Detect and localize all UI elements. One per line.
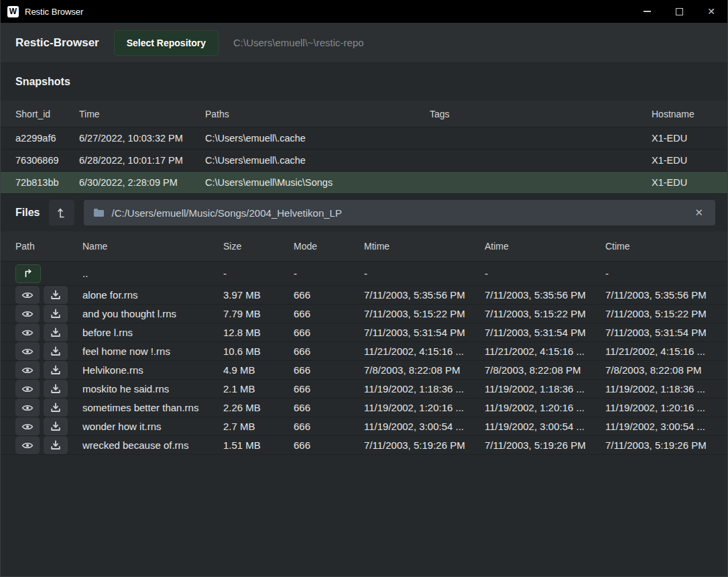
download-icon bbox=[50, 421, 61, 431]
column-mode: Mode bbox=[294, 241, 364, 252]
file-mode: 666 bbox=[294, 308, 364, 319]
download-file-button[interactable] bbox=[44, 380, 68, 398]
file-ctime: 7/11/2003, 5:19:26 PM bbox=[605, 439, 727, 451]
download-file-button[interactable] bbox=[44, 342, 68, 360]
eye-icon bbox=[21, 384, 34, 394]
repository-path: C:\Users\emuell\~\restic-repo bbox=[233, 37, 364, 48]
file-atime: 11/19/2002, 1:18:36 ... bbox=[485, 383, 605, 395]
file-mode: 666 bbox=[294, 383, 364, 395]
file-name: .. bbox=[82, 268, 223, 279]
preview-file-button[interactable] bbox=[15, 323, 40, 342]
file-mtime: 7/11/2003, 5:35:56 PM bbox=[364, 289, 485, 301]
file-name: wrecked because of.rns bbox=[82, 439, 223, 451]
parent-directory-row[interactable]: .. - - - - - bbox=[1, 262, 727, 286]
download-file-button[interactable] bbox=[44, 399, 68, 417]
file-mode: - bbox=[294, 268, 364, 279]
snapshot-row[interactable]: a2299af6 6/27/2022, 10:03:32 PM C:\Users… bbox=[1, 127, 727, 150]
file-ctime: 11/19/2002, 1:18:36 ... bbox=[605, 383, 727, 395]
file-row[interactable]: and you thought l.rns 7.79 MB 666 7/11/2… bbox=[1, 305, 727, 323]
download-file-button[interactable] bbox=[44, 305, 68, 323]
file-atime: 7/11/2003, 5:35:56 PM bbox=[485, 289, 605, 301]
file-size: 2.26 MB bbox=[223, 402, 294, 413]
snapshot-hostname: X1-EDU bbox=[652, 133, 727, 144]
snapshot-short-id: 72b813bb bbox=[15, 177, 79, 188]
download-icon bbox=[50, 365, 61, 375]
download-icon bbox=[50, 327, 61, 337]
file-row[interactable]: wonder how it.rns 2.7 MB 666 11/19/2002,… bbox=[1, 417, 727, 436]
download-file-button[interactable] bbox=[44, 286, 68, 304]
eye-icon bbox=[21, 403, 34, 413]
file-name: wonder how it.rns bbox=[82, 421, 223, 432]
file-atime: 7/11/2003, 5:31:54 PM bbox=[485, 327, 605, 338]
close-button[interactable]: ✕ bbox=[695, 0, 727, 23]
clear-path-button[interactable]: ✕ bbox=[692, 207, 706, 219]
column-tags: Tags bbox=[430, 109, 652, 119]
file-ctime: 11/19/2002, 3:00:54 ... bbox=[605, 421, 727, 432]
column-time: Time bbox=[79, 109, 205, 119]
download-icon bbox=[50, 290, 61, 300]
snapshot-row-selected[interactable]: 72b813bb 6/30/2022, 2:28:09 PM C:\Users\… bbox=[1, 172, 727, 194]
file-name: sometimes better than.rns bbox=[82, 402, 223, 413]
preview-file-button[interactable] bbox=[15, 305, 40, 323]
select-repository-button[interactable]: Select Repository bbox=[114, 30, 219, 56]
download-file-button[interactable] bbox=[44, 323, 68, 342]
snapshot-time: 6/27/2022, 10:03:32 PM bbox=[79, 133, 205, 144]
file-mtime: 11/19/2002, 1:20:16 ... bbox=[364, 402, 485, 413]
download-file-button[interactable] bbox=[44, 436, 68, 454]
file-mtime: 7/8/2003, 8:22:08 PM bbox=[364, 364, 485, 376]
file-name: Helvikone.rns bbox=[82, 364, 223, 376]
file-ctime: 7/11/2003, 5:35:56 PM bbox=[605, 289, 727, 301]
maximize-button[interactable] bbox=[663, 0, 695, 23]
minimize-button[interactable] bbox=[631, 0, 663, 23]
file-mtime: 11/21/2002, 4:15:16 ... bbox=[364, 346, 485, 357]
file-row[interactable]: sometimes better than.rns 2.26 MB 666 11… bbox=[1, 399, 727, 417]
file-size: 10.6 MB bbox=[223, 346, 294, 357]
file-size: - bbox=[223, 268, 294, 279]
snapshot-row[interactable]: 76306869 6/28/2022, 10:01:17 PM C:\Users… bbox=[1, 150, 727, 172]
app-logo-icon: W bbox=[7, 6, 19, 17]
preview-file-button[interactable] bbox=[15, 399, 40, 417]
file-mtime: 11/19/2002, 3:00:54 ... bbox=[364, 421, 485, 432]
go-to-root-button[interactable] bbox=[49, 200, 74, 225]
file-mtime: 7/11/2003, 5:19:26 PM bbox=[364, 439, 485, 451]
file-mode: 666 bbox=[294, 421, 364, 432]
file-row[interactable]: wrecked because of.rns 1.51 MB 666 7/11/… bbox=[1, 436, 727, 455]
file-row[interactable]: feel home now !.rns 10.6 MB 666 11/21/20… bbox=[1, 342, 727, 361]
file-atime: 7/11/2003, 5:15:22 PM bbox=[485, 308, 605, 319]
preview-file-button[interactable] bbox=[15, 417, 40, 435]
file-size: 4.9 MB bbox=[223, 364, 294, 376]
preview-file-button[interactable] bbox=[15, 436, 40, 454]
folder-icon bbox=[93, 208, 105, 217]
preview-file-button[interactable] bbox=[15, 286, 40, 304]
snapshots-title: Snapshots bbox=[15, 76, 70, 88]
preview-file-button[interactable] bbox=[15, 380, 40, 398]
download-file-button[interactable] bbox=[44, 361, 68, 379]
file-row[interactable]: moskito he said.rns 2.1 MB 666 11/19/200… bbox=[1, 380, 727, 399]
empty-area bbox=[1, 455, 727, 576]
download-icon bbox=[50, 346, 61, 356]
file-size: 3.97 MB bbox=[223, 289, 294, 301]
titlebar: W Restic Browser ✕ bbox=[1, 0, 727, 23]
file-path-bar[interactable]: /C:/Users/emuell/Music/Songs/2004_Helvet… bbox=[84, 200, 715, 225]
file-atime: 7/11/2003, 5:19:26 PM bbox=[485, 439, 605, 451]
minimize-icon bbox=[644, 11, 651, 12]
file-name: feel home now !.rns bbox=[82, 346, 223, 357]
file-row[interactable]: alone for.rns 3.97 MB 666 7/11/2003, 5:3… bbox=[1, 286, 727, 305]
download-icon bbox=[50, 440, 61, 450]
download-file-button[interactable] bbox=[44, 417, 68, 435]
file-row[interactable]: before l.rns 12.8 MB 666 7/11/2003, 5:31… bbox=[1, 323, 727, 342]
file-mode: 666 bbox=[294, 327, 364, 338]
preview-file-button[interactable] bbox=[15, 342, 40, 360]
column-ctime: Ctime bbox=[605, 241, 727, 252]
file-atime: 11/19/2002, 3:00:54 ... bbox=[485, 421, 605, 432]
preview-file-button[interactable] bbox=[15, 361, 40, 379]
file-size: 1.51 MB bbox=[223, 439, 294, 451]
download-icon bbox=[50, 309, 61, 319]
go-up-button[interactable] bbox=[15, 264, 41, 283]
file-mtime: - bbox=[364, 268, 485, 279]
file-mtime: 11/19/2002, 1:18:36 ... bbox=[364, 383, 485, 395]
file-row[interactable]: Helvikone.rns 4.9 MB 666 7/8/2003, 8:22:… bbox=[1, 361, 727, 380]
file-atime: 11/21/2002, 4:15:16 ... bbox=[485, 346, 605, 357]
column-paths: Paths bbox=[205, 109, 430, 119]
eye-icon bbox=[21, 347, 34, 356]
